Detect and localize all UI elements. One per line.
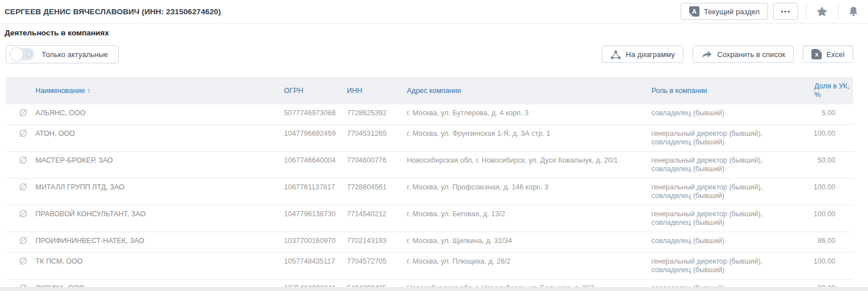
- company-inn: 7728604561: [341, 179, 407, 205]
- company-inn: 7704572705: [341, 253, 407, 280]
- liquidated-company-icon: [18, 155, 28, 165]
- header-icon-spacer: [6, 77, 35, 104]
- liquidated-company-icon: [18, 236, 28, 245]
- table-header-row: Наименование ↑ ОГРН ИНН Адрес компании Р…: [6, 77, 853, 104]
- company-share: 100.00: [804, 253, 853, 280]
- company-name[interactable]: МАСТЕР-БРОКЕР, ЗАО: [35, 152, 284, 179]
- current-section-label: Текущий раздел: [704, 7, 760, 16]
- notifications-bell-button[interactable]: [846, 6, 861, 17]
- table-row[interactable]: АТОН, ООО 1047796692459 7704531265 г. Мо…: [6, 125, 853, 152]
- controls-row: Только актуальные На диаграмму Сохранить…: [0, 37, 868, 63]
- company-inn: 7702143193: [341, 232, 407, 253]
- company-share: 100.00: [804, 179, 853, 205]
- table-row[interactable]: АЛЬЯНС, ООО 5077746973068 7728625392 г. …: [6, 104, 853, 125]
- company-address: г. Москва, ул. Плющиха, д. 26/2: [407, 253, 651, 280]
- table-row[interactable]: ПРОИФИНИНВЕСТ-НАТЕК, ЗАО 1037700160970 7…: [6, 232, 853, 253]
- company-role: совладелец (бывший): [651, 104, 804, 125]
- header-address[interactable]: Адрес компании: [407, 77, 651, 104]
- company-name[interactable]: АЛЬЯНС, ООО: [35, 104, 284, 125]
- company-role: генеральный директор (бывший), совладеле…: [651, 205, 804, 232]
- company-share: 50.00: [804, 152, 853, 179]
- current-section-button[interactable]: A Текущий раздел: [681, 3, 769, 20]
- company-name[interactable]: ПРОИФИНИНВЕСТ-НАТЕК, ЗАО: [35, 232, 284, 253]
- company-role: генеральный директор (бывший), совладеле…: [651, 253, 804, 280]
- pdf-export-icon: A: [689, 6, 699, 17]
- company-address: г. Москва, ул. Профсоюзная, д. 146 корп.…: [407, 179, 651, 205]
- company-ogrn: 1067746640004: [284, 152, 341, 179]
- company-role: совладелец (бывший): [651, 232, 804, 253]
- company-role: генеральный директор (бывший), совладеле…: [651, 179, 804, 205]
- table-row[interactable]: МИТАЛЛ ГРУПП ЛТД, ЗАО 1067761137817 7728…: [6, 179, 853, 205]
- company-ogrn: 1047796692459: [284, 125, 341, 152]
- table-actions: На диаграмму Сохранить в список x Excel: [602, 46, 853, 63]
- company-ogrn: 1067761137817: [284, 179, 341, 205]
- topbar-actions: A Текущий раздел •••: [681, 3, 861, 20]
- topbar: СЕРГЕЕВ ДЕНИС ВЯЧЕСЛАВОВИЧ (ИНН: 2315062…: [0, 0, 868, 23]
- company-share: 100.00: [804, 205, 853, 232]
- company-inn: 7714540212: [341, 205, 407, 232]
- only-actual-toggle[interactable]: Только актуальные: [6, 45, 119, 63]
- share-arrow-icon: [701, 50, 713, 59]
- company-role: генеральный директор (бывший), совладеле…: [651, 152, 804, 179]
- company-share: 5.00: [804, 104, 853, 125]
- header-inn[interactable]: ИНН: [341, 77, 407, 104]
- company-ogrn: 5077746973068: [284, 104, 341, 125]
- company-ogrn: 1037700160970: [284, 232, 341, 253]
- company-name[interactable]: ТК ПСМ, ООО: [35, 253, 284, 280]
- company-address: г. Москва, ул. Бутлерова, д. 4 корп. 3: [407, 104, 651, 125]
- company-ogrn: 1047796138730: [284, 205, 341, 232]
- table-row[interactable]: ПРАВОВОЙ КОНСУЛЬТАНТ, ЗАО 1047796138730 …: [6, 205, 853, 232]
- diagram-icon: [610, 50, 621, 59]
- favorite-star-button[interactable]: [814, 6, 830, 18]
- company-inn: 7728625392: [341, 104, 407, 125]
- person-title: СЕРГЕЕВ ДЕНИС ВЯЧЕСЛАВОВИЧ (ИНН: 2315062…: [5, 7, 221, 16]
- company-role: генеральный директор (бывший), совладеле…: [651, 125, 804, 152]
- header-ogrn[interactable]: ОГРН: [284, 77, 341, 104]
- star-icon: [816, 6, 828, 18]
- company-address: г. Москва, ул. Беговая, д. 13/2: [407, 205, 651, 232]
- divider: [838, 4, 838, 19]
- to-diagram-label: На диаграмму: [626, 50, 675, 59]
- divider: [806, 4, 806, 19]
- company-name[interactable]: АТОН, ООО: [35, 125, 284, 152]
- to-diagram-button[interactable]: На диаграмму: [602, 46, 683, 63]
- table-row[interactable]: МАСТЕР-БРОКЕР, ЗАО 1067746640004 7704600…: [6, 152, 853, 179]
- liquidated-company-icon: [18, 128, 28, 138]
- company-inn: 7704600776: [341, 152, 407, 179]
- company-share: 86.00: [804, 232, 853, 253]
- company-ogrn: 1057748435117: [284, 253, 341, 280]
- header-share[interactable]: Доля в УК, %: [804, 77, 853, 104]
- sort-ascending-icon[interactable]: ↑: [87, 87, 90, 95]
- company-address: Новосибирская обл, г. Новосибирск, ул. Д…: [407, 152, 651, 179]
- table-row[interactable]: ТК ПСМ, ООО 1057748435117 7704572705 г. …: [6, 253, 853, 280]
- toggle-label: Только актуальные: [42, 50, 108, 59]
- company-name[interactable]: МИТАЛЛ ГРУПП ЛТД, ЗАО: [35, 179, 284, 205]
- liquidated-company-icon: [18, 209, 28, 219]
- company-name[interactable]: ПРАВОВОЙ КОНСУЛЬТАНТ, ЗАО: [35, 205, 284, 232]
- company-address: г. Москва, ул. Фрунзенская 1-Я, д. 3А ст…: [407, 125, 651, 152]
- page-footer-strip: [0, 287, 868, 291]
- company-share: 100.00: [804, 125, 853, 152]
- header-role[interactable]: Роль в компании: [651, 77, 804, 104]
- save-to-list-label: Сохранить в список: [717, 50, 785, 59]
- companies-table: Наименование ↑ ОГРН ИНН Адрес компании Р…: [6, 77, 853, 291]
- save-to-list-button[interactable]: Сохранить в список: [693, 46, 794, 63]
- liquidated-company-icon: [18, 108, 28, 118]
- section-title: Деятельность в компаниях: [0, 23, 868, 37]
- company-address: г. Москва, ул. Щепкина, д. 32/34: [407, 232, 651, 253]
- excel-export-button[interactable]: x Excel: [803, 46, 853, 63]
- liquidated-company-icon: [18, 256, 28, 266]
- toggle-switch-icon[interactable]: [10, 48, 34, 60]
- header-name[interactable]: Наименование ↑: [35, 77, 284, 104]
- company-inn: 7704531265: [341, 125, 407, 152]
- more-actions-button[interactable]: •••: [773, 3, 798, 20]
- bell-icon: [848, 6, 859, 17]
- liquidated-company-icon: [18, 182, 28, 192]
- excel-label: Excel: [826, 50, 845, 59]
- excel-icon: x: [811, 49, 822, 59]
